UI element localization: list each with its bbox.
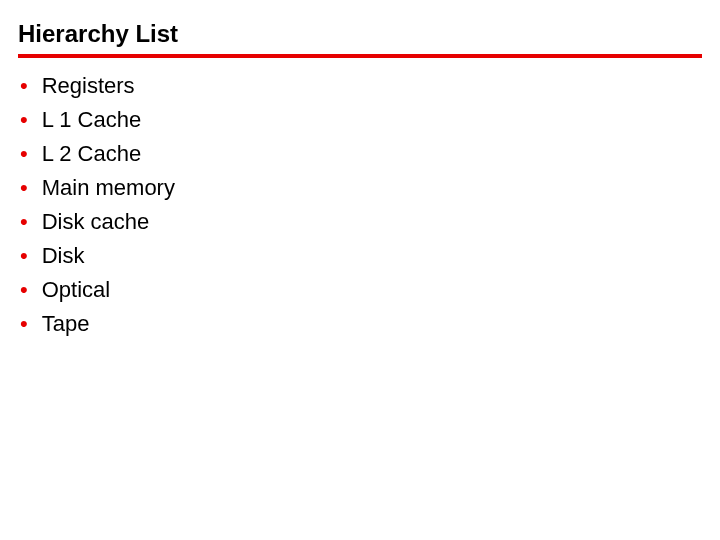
list-item: • Tape <box>20 310 702 338</box>
list-item: • L 2 Cache <box>20 140 702 168</box>
list-item-label: Optical <box>42 276 110 304</box>
list-item-label: Main memory <box>42 174 175 202</box>
list-item: • Main memory <box>20 174 702 202</box>
list-item: • Disk cache <box>20 208 702 236</box>
bullet-icon: • <box>20 174 28 202</box>
list-item-label: L 2 Cache <box>42 140 141 168</box>
bullet-icon: • <box>20 140 28 168</box>
hierarchy-list: • Registers • L 1 Cache • L 2 Cache • Ma… <box>18 72 702 338</box>
list-item-label: Disk cache <box>42 208 150 236</box>
list-item: • Optical <box>20 276 702 304</box>
list-item-label: L 1 Cache <box>42 106 141 134</box>
list-item-label: Registers <box>42 72 135 100</box>
list-item: • Disk <box>20 242 702 270</box>
list-item-label: Disk <box>42 242 85 270</box>
bullet-icon: • <box>20 106 28 134</box>
bullet-icon: • <box>20 208 28 236</box>
list-item: • L 1 Cache <box>20 106 702 134</box>
bullet-icon: • <box>20 72 28 100</box>
list-item: • Registers <box>20 72 702 100</box>
bullet-icon: • <box>20 276 28 304</box>
bullet-icon: • <box>20 242 28 270</box>
list-item-label: Tape <box>42 310 90 338</box>
slide-title: Hierarchy List <box>18 20 702 58</box>
bullet-icon: • <box>20 310 28 338</box>
